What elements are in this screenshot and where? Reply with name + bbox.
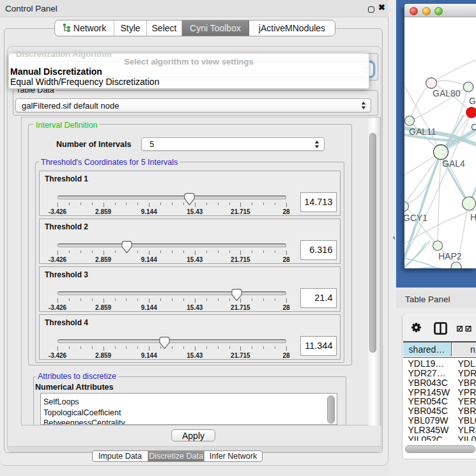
- svg-text:H: H: [470, 212, 476, 222]
- svg-text:GAL11: GAL11: [409, 127, 436, 137]
- svg-text:GCY1: GCY1: [404, 213, 427, 223]
- svg-text:GAL4: GAL4: [442, 158, 465, 169]
- svg-text:C: C: [471, 122, 476, 132]
- svg-text:HAP2: HAP2: [438, 251, 462, 261]
- svg-text:G.: G.: [469, 96, 476, 106]
- svg-text:GAL80: GAL80: [433, 88, 461, 98]
